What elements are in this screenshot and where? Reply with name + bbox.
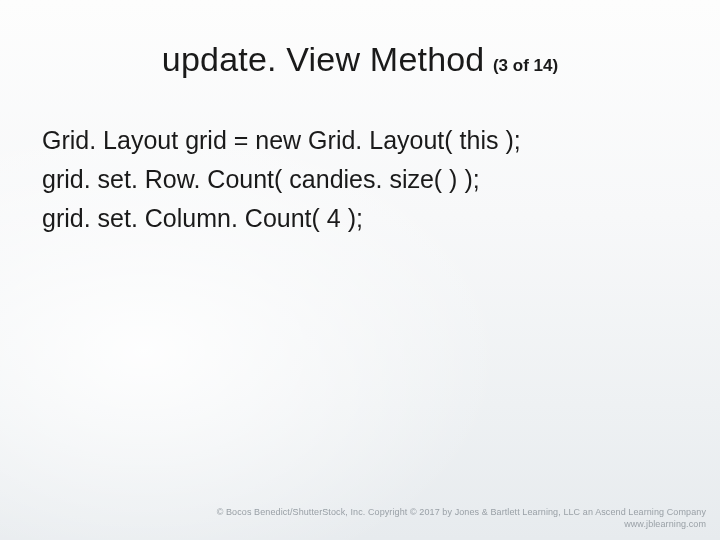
code-line: Grid. Layout grid = new Grid. Layout( th… — [42, 121, 680, 160]
footer: © Bocos Benedict/ShutterStock, Inc. Copy… — [217, 506, 706, 530]
title-area: update. View Method (3 of 14) — [40, 40, 680, 79]
code-line: grid. set. Column. Count( 4 ); — [42, 199, 680, 238]
slide-title: update. View Method — [162, 40, 485, 78]
slide-counter: (3 of 14) — [493, 56, 558, 75]
code-block: Grid. Layout grid = new Grid. Layout( th… — [40, 121, 680, 237]
footer-copyright: © Bocos Benedict/ShutterStock, Inc. Copy… — [217, 507, 706, 517]
footer-url: www.jblearning.com — [217, 518, 706, 530]
slide: update. View Method (3 of 14) Grid. Layo… — [0, 0, 720, 540]
code-line: grid. set. Row. Count( candies. size( ) … — [42, 160, 680, 199]
